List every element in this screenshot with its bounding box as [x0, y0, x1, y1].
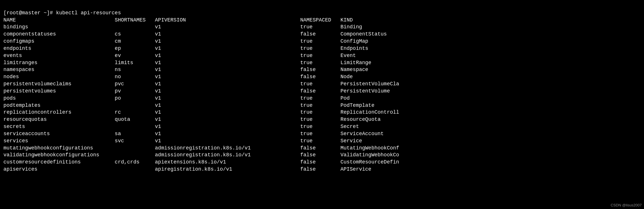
table-row: services svc v1 true Service [3, 137, 641, 145]
table-row: replicationcontrollers rc v1 true Replic… [3, 109, 641, 116]
table-row: endpoints ep v1 true Endpoints [3, 45, 641, 52]
api-resources-table: NAME SHORTNAMES APIVERSION NAMESPACED KI… [3, 17, 641, 173]
table-row: bindings v1 true Binding [3, 23, 641, 31]
table-row: namespaces ns v1 false Namespace [3, 66, 641, 73]
table-row: nodes no v1 false Node [3, 73, 641, 80]
table-row: resourcequotas quota v1 true ResourceQuo… [3, 116, 641, 123]
table-row: secrets v1 true Secret [3, 123, 641, 130]
table-row: serviceaccounts sa v1 true ServiceAccoun… [3, 130, 641, 137]
table-row: apiservices apiregistration.k8s.io/v1 fa… [3, 166, 641, 173]
table-row: events ev v1 true Event [3, 52, 641, 59]
table-row: mutatingwebhookconfigurations admissionr… [3, 145, 641, 152]
table-row: persistentvolumeclaims pvc v1 true Persi… [3, 80, 641, 88]
table-row: persistentvolumes pv v1 false Persistent… [3, 88, 641, 95]
table-row: podtemplates v1 true PodTemplate [3, 102, 641, 109]
table-row: configmaps cm v1 true ConfigMap [3, 38, 641, 45]
watermark: CSDN @lisus2007 [611, 203, 642, 208]
table-row: pods po v1 true Pod [3, 95, 641, 102]
table-row: componentstatuses cs v1 false ComponentS… [3, 31, 641, 38]
table-row: validatingwebhookconfigurations admissio… [3, 151, 641, 159]
table-row: limitranges limits v1 true LimitRange [3, 59, 641, 66]
table-row: customresourcedefinitions crd,crds apiex… [3, 159, 641, 166]
prompt-line: [root@master ~]# kubectl api-resources [3, 10, 121, 16]
terminal-window: [root@master ~]# kubectl api-resources [3, 2, 641, 17]
table-header: NAME SHORTNAMES APIVERSION NAMESPACED KI… [3, 17, 641, 24]
